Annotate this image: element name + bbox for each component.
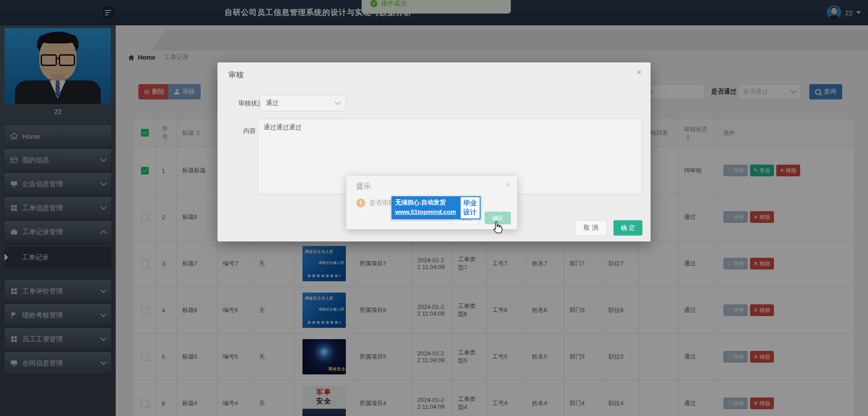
status-label: 审核状态 <box>233 99 264 108</box>
dialog-body: ! 是否审核 <box>356 199 395 208</box>
content-label: 内容 <box>233 127 256 135</box>
watermark-badge: 毕业 设计 <box>460 196 481 219</box>
dialog-confirm-button[interactable]: 确定 <box>485 212 511 224</box>
chevron-down-icon <box>335 99 341 105</box>
watermark: 无须担心.自动发货 www.51topmind.com 毕业 设计 <box>392 196 481 219</box>
cancel-button[interactable]: 取 消 <box>575 220 607 236</box>
watermark-text: 无须担心.自动发货 www.51topmind.com <box>392 196 460 219</box>
close-icon[interactable]: × <box>506 181 510 189</box>
dialog-title: 提示 <box>356 182 371 191</box>
review-status-select[interactable]: 通过 <box>260 95 346 111</box>
modal-title: 审核 <box>228 70 244 80</box>
dialog-message: 是否审核 <box>369 199 395 207</box>
warning-icon: ! <box>356 199 365 208</box>
confirm-button[interactable]: 确 定 <box>613 220 642 236</box>
modal-footer: 取 消 确 定 <box>575 220 642 236</box>
app: ✓ 操作成功 自研公司员工信息管理系统的设计与实现与数据分析 22 22 Hom… <box>0 0 868 416</box>
close-icon[interactable]: × <box>637 68 642 77</box>
